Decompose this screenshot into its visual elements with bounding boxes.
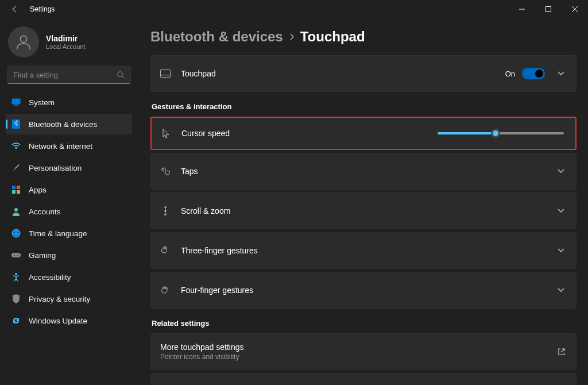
titlebar: Settings [0,0,588,18]
svg-line-6 [122,76,125,79]
chevron-right-icon [289,33,295,41]
sidebar-item-bluetooth-devices[interactable]: Bluetooth & devices [6,114,132,134]
minimize-button[interactable] [509,0,535,18]
more-touchpad-label: More touchpad settings [160,342,547,352]
svg-point-19 [17,255,18,256]
sidebar-item-windows-update[interactable]: Windows Update [6,310,132,331]
svg-point-23 [165,210,167,212]
sidebar-item-system[interactable]: System [6,92,132,113]
sidebar-item-label: Gaming [29,251,56,260]
tap-icon [160,166,171,176]
back-button[interactable] [8,5,22,13]
scroll-zoom-label: Scroll & zoom [181,206,545,215]
sidebar-item-label: Network & internet [29,142,92,151]
svg-point-5 [118,72,123,77]
sidebar-item-network[interactable]: Network & internet [6,136,132,156]
globe-icon [11,229,21,238]
sidebar-item-label: Accounts [29,207,61,216]
sidebar-item-time-language[interactable]: Time & language [6,223,132,244]
scroll-zoom-card[interactable]: Scroll & zoom [150,192,577,229]
section-title-gestures: Gestures & interaction [152,102,577,111]
taps-label: Taps [181,167,545,176]
user-name: Vladimir [46,34,86,43]
wifi-icon [11,141,21,151]
sidebar-item-label: System [29,98,55,107]
four-finger-icon [160,285,171,295]
three-finger-label: Three-finger gestures [181,246,545,255]
svg-rect-13 [12,190,16,194]
sidebar-item-label: Windows Update [29,317,87,325]
cursor-icon [161,128,171,138]
three-finger-icon [160,245,171,256]
user-account-type: Local Account [46,43,86,50]
person-icon [11,207,21,216]
brush-icon [11,163,21,172]
window-title: Settings [30,5,55,13]
touchpad-icon [160,69,171,78]
advanced-gestures-card[interactable]: Advanced gestures [150,373,577,385]
svg-point-4 [20,36,26,42]
sidebar-item-label: Bluetooth & devices [29,120,97,129]
gamepad-icon [11,251,21,260]
more-touchpad-sub: Pointer icons and visibility [160,353,547,361]
svg-rect-1 [546,7,551,12]
svg-point-10 [16,148,17,149]
sidebar-item-accessibility[interactable]: Accessibility [6,267,132,287]
svg-rect-21 [160,70,170,78]
four-finger-card[interactable]: Four-finger gestures [150,272,577,309]
breadcrumb: Bluetooth & devices Touchpad [150,29,577,45]
sidebar-item-label: Privacy & security [29,295,90,303]
svg-rect-7 [12,99,21,105]
cursor-speed-slider[interactable] [438,132,564,134]
user-profile[interactable]: Vladimir Local Account [3,24,134,66]
four-finger-label: Four-finger gestures [181,286,545,295]
avatar [8,26,39,57]
sidebar-item-apps[interactable]: Apps [6,179,132,200]
chevron-down-icon[interactable] [555,71,567,76]
sidebar-item-label: Time & language [29,229,87,238]
three-finger-card[interactable]: Three-finger gestures [150,232,577,269]
breadcrumb-parent[interactable]: Bluetooth & devices [150,29,283,45]
sidebar-item-accounts[interactable]: Accounts [6,201,132,222]
chevron-down-icon [555,288,567,292]
nav-list: System Bluetooth & devices Network & int… [3,92,134,331]
svg-point-15 [14,208,18,211]
sidebar-item-label: Accessibility [29,273,71,282]
chevron-down-icon [555,209,567,213]
close-button[interactable] [562,0,588,18]
maximize-button[interactable] [535,0,562,18]
search-box[interactable] [7,66,131,84]
cursor-speed-card: Cursor speed [150,117,577,150]
update-icon [11,316,21,325]
accessibility-icon [11,272,21,282]
main-content: Bluetooth & devices Touchpad Touchpad On… [138,18,588,385]
sidebar: Vladimir Local Account System Bluetooth … [0,18,138,385]
taps-card[interactable]: Taps [150,153,577,190]
svg-rect-11 [12,186,16,189]
touchpad-state-label: On [505,70,515,78]
apps-icon [11,185,21,194]
breadcrumb-current: Touchpad [300,29,365,45]
section-title-related: Related settings [152,319,577,328]
touchpad-label: Touchpad [181,69,495,78]
display-icon [11,98,21,107]
chevron-down-icon [555,169,567,174]
sidebar-item-label: Personalisation [29,164,82,172]
svg-rect-14 [17,190,20,194]
chevron-down-icon [555,248,567,253]
sidebar-item-privacy[interactable]: Privacy & security [6,288,132,309]
sidebar-item-gaming[interactable]: Gaming [6,245,132,265]
touchpad-toggle[interactable] [522,68,545,79]
search-input[interactable] [13,71,117,79]
bluetooth-icon [11,120,21,129]
scroll-icon [160,206,171,216]
svg-rect-8 [14,105,18,106]
sidebar-item-personalisation[interactable]: Personalisation [6,157,132,178]
svg-point-20 [15,273,17,275]
cursor-speed-label: Cursor speed [181,129,427,138]
sidebar-item-label: Apps [29,186,47,194]
touchpad-card[interactable]: Touchpad On [150,55,577,92]
search-icon [117,71,125,79]
open-external-icon [558,348,567,356]
more-touchpad-settings-card[interactable]: More touchpad settings Pointer icons and… [150,333,577,370]
